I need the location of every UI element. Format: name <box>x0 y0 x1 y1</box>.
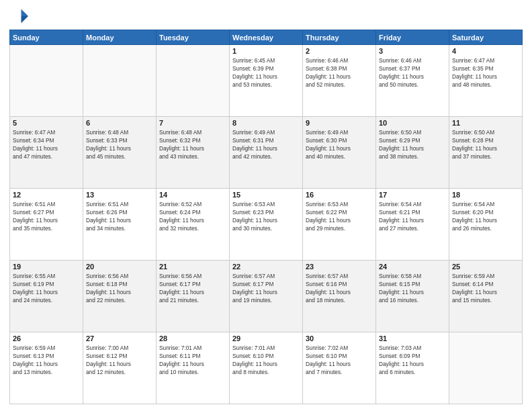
calendar-cell: 14Sunrise: 6:52 AMSunset: 6:24 PMDayligh… <box>157 189 230 261</box>
day-info: Sunrise: 6:59 AMSunset: 6:13 PMDaylight:… <box>13 344 80 376</box>
day-number: 28 <box>159 334 226 342</box>
calendar-cell <box>83 45 157 117</box>
day-number: 21 <box>159 263 226 271</box>
weekday-header-row: SundayMondayTuesdayWednesdayThursdayFrid… <box>10 30 523 45</box>
day-number: 18 <box>452 191 519 199</box>
calendar-cell: 23Sunrise: 6:57 AMSunset: 6:16 PMDayligh… <box>303 261 376 332</box>
day-info: Sunrise: 6:48 AMSunset: 6:33 PMDaylight:… <box>86 128 153 161</box>
weekday-header-wednesday: Wednesday <box>230 30 303 45</box>
day-info: Sunrise: 6:53 AMSunset: 6:22 PMDaylight:… <box>306 200 373 232</box>
calendar-cell: 27Sunrise: 7:00 AMSunset: 6:12 PMDayligh… <box>83 332 157 404</box>
calendar-cell: 9Sunrise: 6:49 AMSunset: 6:30 PMDaylight… <box>303 117 376 189</box>
weekday-header-saturday: Saturday <box>449 30 523 45</box>
calendar-cell: 16Sunrise: 6:53 AMSunset: 6:22 PMDayligh… <box>303 189 376 261</box>
calendar-cell: 28Sunrise: 7:01 AMSunset: 6:11 PMDayligh… <box>157 332 230 404</box>
calendar-cell: 21Sunrise: 6:56 AMSunset: 6:17 PMDayligh… <box>157 261 230 332</box>
day-info: Sunrise: 6:57 AMSunset: 6:17 PMDaylight:… <box>232 272 300 304</box>
day-info: Sunrise: 6:58 AMSunset: 6:15 PMDaylight:… <box>379 272 446 304</box>
weekday-header-tuesday: Tuesday <box>157 30 230 45</box>
calendar-week-3: 12Sunrise: 6:51 AMSunset: 6:27 PMDayligh… <box>10 189 523 261</box>
calendar-cell: 3Sunrise: 6:46 AMSunset: 6:37 PMDaylight… <box>376 45 449 117</box>
day-number: 27 <box>86 334 153 342</box>
calendar-week-2: 5Sunrise: 6:47 AMSunset: 6:34 PMDaylight… <box>10 117 523 189</box>
calendar-cell: 13Sunrise: 6:51 AMSunset: 6:26 PMDayligh… <box>83 189 157 261</box>
day-info: Sunrise: 6:50 AMSunset: 6:28 PMDaylight:… <box>452 128 519 161</box>
day-info: Sunrise: 6:46 AMSunset: 6:37 PMDaylight:… <box>379 56 446 89</box>
day-info: Sunrise: 6:55 AMSunset: 6:19 PMDaylight:… <box>13 272 80 304</box>
day-info: Sunrise: 6:48 AMSunset: 6:32 PMDaylight:… <box>159 128 226 161</box>
day-number: 16 <box>306 191 373 199</box>
day-number: 10 <box>379 119 446 127</box>
day-number: 3 <box>379 47 446 55</box>
weekday-header-friday: Friday <box>376 30 449 45</box>
calendar-cell: 10Sunrise: 6:50 AMSunset: 6:29 PMDayligh… <box>376 117 449 189</box>
calendar-week-1: 1Sunrise: 6:45 AMSunset: 6:39 PMDaylight… <box>10 45 523 117</box>
day-number: 5 <box>13 119 80 127</box>
day-number: 7 <box>159 119 226 127</box>
day-info: Sunrise: 6:54 AMSunset: 6:21 PMDaylight:… <box>379 200 446 232</box>
calendar-cell <box>10 45 83 117</box>
calendar-cell: 25Sunrise: 6:59 AMSunset: 6:14 PMDayligh… <box>449 261 523 332</box>
calendar-cell: 19Sunrise: 6:55 AMSunset: 6:19 PMDayligh… <box>10 261 83 332</box>
calendar-cell: 18Sunrise: 6:54 AMSunset: 6:20 PMDayligh… <box>449 189 523 261</box>
day-info: Sunrise: 6:54 AMSunset: 6:20 PMDaylight:… <box>452 200 519 232</box>
weekday-header-monday: Monday <box>83 30 157 45</box>
calendar-cell: 15Sunrise: 6:53 AMSunset: 6:23 PMDayligh… <box>230 189 303 261</box>
day-info: Sunrise: 6:51 AMSunset: 6:27 PMDaylight:… <box>13 200 80 232</box>
day-info: Sunrise: 6:57 AMSunset: 6:16 PMDaylight:… <box>306 272 373 304</box>
day-info: Sunrise: 7:03 AMSunset: 6:09 PMDaylight:… <box>379 344 446 376</box>
calendar-cell: 17Sunrise: 6:54 AMSunset: 6:21 PMDayligh… <box>376 189 449 261</box>
calendar-cell: 2Sunrise: 6:46 AMSunset: 6:38 PMDaylight… <box>303 45 376 117</box>
day-info: Sunrise: 6:56 AMSunset: 6:18 PMDaylight:… <box>86 272 153 304</box>
day-info: Sunrise: 6:51 AMSunset: 6:26 PMDaylight:… <box>86 200 153 232</box>
calendar-cell: 26Sunrise: 6:59 AMSunset: 6:13 PMDayligh… <box>10 332 83 404</box>
calendar-cell: 5Sunrise: 6:47 AMSunset: 6:34 PMDaylight… <box>10 117 83 189</box>
calendar-week-4: 19Sunrise: 6:55 AMSunset: 6:19 PMDayligh… <box>10 261 523 332</box>
header <box>9 7 523 26</box>
day-number: 15 <box>232 191 300 199</box>
day-info: Sunrise: 7:01 AMSunset: 6:11 PMDaylight:… <box>159 344 226 376</box>
calendar-cell: 20Sunrise: 6:56 AMSunset: 6:18 PMDayligh… <box>83 261 157 332</box>
calendar-cell: 6Sunrise: 6:48 AMSunset: 6:33 PMDaylight… <box>83 117 157 189</box>
calendar-cell: 8Sunrise: 6:49 AMSunset: 6:31 PMDaylight… <box>230 117 303 189</box>
day-info: Sunrise: 6:47 AMSunset: 6:35 PMDaylight:… <box>452 56 519 89</box>
day-number: 29 <box>232 334 300 342</box>
day-number: 9 <box>306 119 373 127</box>
day-number: 12 <box>13 191 80 199</box>
calendar-cell: 22Sunrise: 6:57 AMSunset: 6:17 PMDayligh… <box>230 261 303 332</box>
day-number: 24 <box>379 263 446 271</box>
day-number: 26 <box>13 334 80 342</box>
day-number: 19 <box>13 263 80 271</box>
day-number: 13 <box>86 191 153 199</box>
calendar-cell: 4Sunrise: 6:47 AMSunset: 6:35 PMDaylight… <box>449 45 523 117</box>
day-number: 30 <box>306 334 373 342</box>
day-info: Sunrise: 6:46 AMSunset: 6:38 PMDaylight:… <box>306 56 373 89</box>
day-info: Sunrise: 7:00 AMSunset: 6:12 PMDaylight:… <box>86 344 153 376</box>
day-number: 8 <box>232 119 300 127</box>
day-number: 14 <box>159 191 226 199</box>
weekday-header-sunday: Sunday <box>10 30 83 45</box>
svg-marker-0 <box>21 9 29 17</box>
calendar-cell <box>449 332 523 404</box>
calendar-cell: 31Sunrise: 7:03 AMSunset: 6:09 PMDayligh… <box>376 332 449 404</box>
calendar-cell: 12Sunrise: 6:51 AMSunset: 6:27 PMDayligh… <box>10 189 83 261</box>
day-number: 25 <box>452 263 519 271</box>
calendar-cell: 1Sunrise: 6:45 AMSunset: 6:39 PMDaylight… <box>230 45 303 117</box>
calendar-cell: 24Sunrise: 6:58 AMSunset: 6:15 PMDayligh… <box>376 261 449 332</box>
day-info: Sunrise: 6:56 AMSunset: 6:17 PMDaylight:… <box>159 272 226 304</box>
day-number: 2 <box>306 47 373 55</box>
calendar-table: SundayMondayTuesdayWednesdayThursdayFrid… <box>9 30 523 404</box>
day-info: Sunrise: 6:45 AMSunset: 6:39 PMDaylight:… <box>232 56 300 89</box>
calendar-cell: 30Sunrise: 7:02 AMSunset: 6:10 PMDayligh… <box>303 332 376 404</box>
day-number: 4 <box>452 47 519 55</box>
day-info: Sunrise: 6:47 AMSunset: 6:34 PMDaylight:… <box>13 128 80 161</box>
day-number: 31 <box>379 334 446 342</box>
day-info: Sunrise: 6:53 AMSunset: 6:23 PMDaylight:… <box>232 200 300 232</box>
day-number: 17 <box>379 191 446 199</box>
logo <box>9 7 31 26</box>
day-info: Sunrise: 7:01 AMSunset: 6:10 PMDaylight:… <box>232 344 300 376</box>
day-number: 6 <box>86 119 153 127</box>
day-number: 20 <box>86 263 153 271</box>
day-info: Sunrise: 7:02 AMSunset: 6:10 PMDaylight:… <box>306 344 373 376</box>
day-number: 11 <box>452 119 519 127</box>
